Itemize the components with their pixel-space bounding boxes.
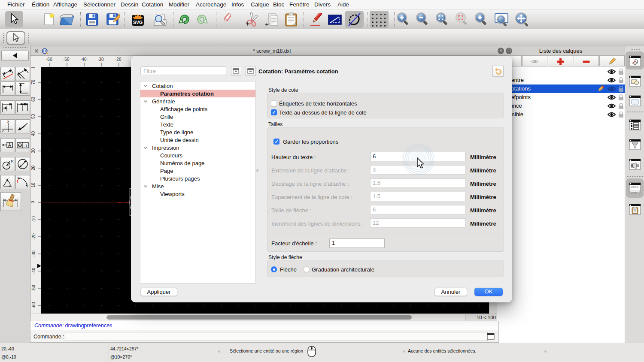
svg-text:Commande: 10/100: Commande: 10/100 xyxy=(631,190,641,191)
svg-text:SVG: SVG xyxy=(133,20,143,25)
svg-text:< command: < command xyxy=(631,191,637,193)
svg-text:A: A xyxy=(8,143,11,148)
svg-text:R: R xyxy=(11,159,14,163)
svg-text:y: y xyxy=(2,127,4,132)
svg-text:.1: .1 xyxy=(24,144,27,148)
svg-text:x: x xyxy=(7,120,9,124)
